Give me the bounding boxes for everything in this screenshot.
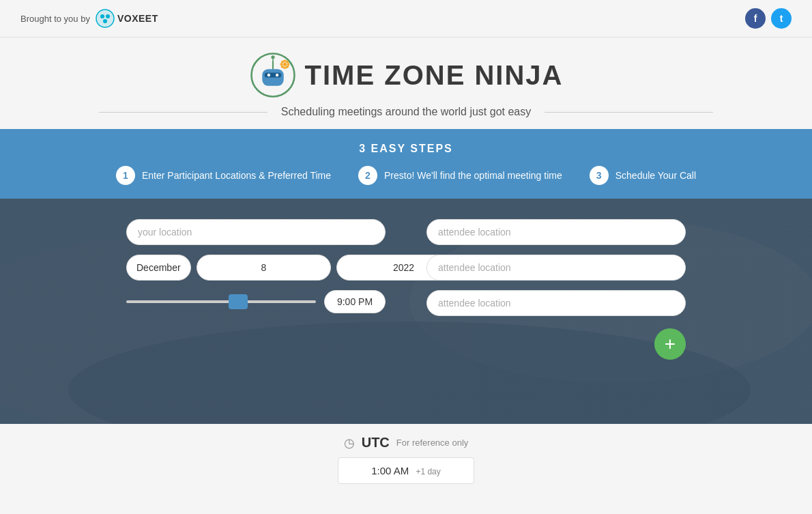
voxeet-name: VOXEET <box>117 13 158 24</box>
tagline-row: Scheduling meetings around the world jus… <box>99 106 713 118</box>
utc-row: ◷ UTC For reference only <box>344 435 469 451</box>
header-social: f t <box>745 8 792 29</box>
steps-row: 1 Enter Participant Locations & Preferre… <box>27 166 785 185</box>
day-input[interactable] <box>197 255 331 281</box>
steps-section: 3 EASY STEPS 1 Enter Participant Locatio… <box>0 129 812 199</box>
utc-section: ◷ UTC For reference only 1:00 AM +1 day <box>0 424 812 495</box>
date-row: December <box>126 255 386 281</box>
brought-by-text: Brought to you by <box>20 14 90 24</box>
utc-time-suffix: +1 day <box>416 467 440 476</box>
step-2: 2 Presto! We'll find the optimal meeting… <box>358 166 562 185</box>
tagline-line-left <box>99 112 267 113</box>
right-panel: + <box>426 219 686 403</box>
step-1-circle: 1 <box>116 166 135 185</box>
svg-point-12 <box>271 55 274 59</box>
step-2-label: Presto! We'll find the optimal meeting t… <box>384 170 562 181</box>
your-location-input[interactable] <box>126 219 386 245</box>
step-2-circle: 2 <box>358 166 377 185</box>
facebook-button[interactable]: f <box>745 8 766 29</box>
svg-point-11 <box>275 74 278 76</box>
utc-sublabel: For reference only <box>396 438 469 448</box>
attendee-location-input-3[interactable] <box>426 290 686 316</box>
tagline-line-right <box>545 112 713 113</box>
step-3-circle: 3 <box>590 166 609 185</box>
twitter-button[interactable]: t <box>771 8 792 29</box>
header-left: Brought to you by VOXEET <box>20 9 158 28</box>
step-3-label: Schedule Your Call <box>615 170 696 181</box>
voxeet-icon <box>96 9 115 28</box>
main-content: December 9:00 PM + <box>0 199 812 424</box>
left-panel: December 9:00 PM <box>126 219 386 403</box>
svg-point-1 <box>100 14 104 18</box>
svg-rect-9 <box>264 73 281 78</box>
steps-title: 3 EASY STEPS <box>27 143 785 155</box>
time-slider[interactable] <box>126 300 316 303</box>
header: Brought to you by VOXEET f t <box>0 0 812 38</box>
svg-point-10 <box>267 74 270 76</box>
step-3: 3 Schedule Your Call <box>590 166 696 185</box>
svg-point-3 <box>103 19 107 23</box>
brand-row: TIME ZONE NINJA <box>249 51 564 99</box>
utc-time-value: 1:00 AM <box>371 465 409 476</box>
slider-row: 9:00 PM <box>126 290 386 313</box>
voxeet-logo: VOXEET <box>96 9 158 28</box>
utc-label: UTC <box>362 435 390 451</box>
ninja-logo-icon <box>249 51 297 99</box>
brand-section: TIME ZONE NINJA Scheduling meetings arou… <box>0 38 812 129</box>
add-attendee-button[interactable]: + <box>654 328 686 360</box>
attendee-location-input-1[interactable] <box>426 219 686 245</box>
brand-title: TIME ZONE NINJA <box>305 60 564 91</box>
attendee-location-input-2[interactable] <box>426 255 686 281</box>
svg-point-2 <box>106 14 110 18</box>
step-1: 1 Enter Participant Locations & Preferre… <box>116 166 331 185</box>
utc-time-bar: 1:00 AM +1 day <box>338 457 474 484</box>
time-display: 9:00 PM <box>324 290 386 313</box>
month-select[interactable]: December <box>126 255 191 281</box>
utc-clock-icon: ◷ <box>344 436 355 451</box>
tagline-text: Scheduling meetings around the world jus… <box>267 106 545 118</box>
step-1-label: Enter Participant Locations & Preferred … <box>142 170 331 181</box>
